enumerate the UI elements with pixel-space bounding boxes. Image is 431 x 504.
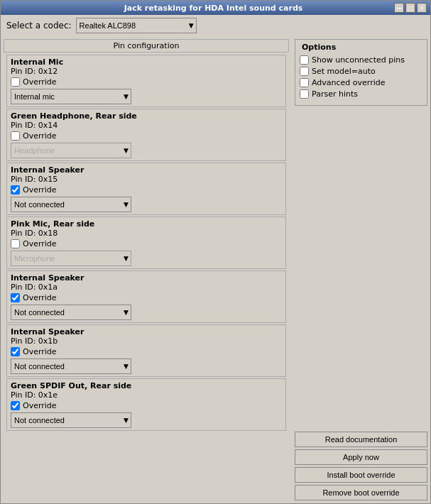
option-row-4: Parser hints [300,89,422,99]
pin-1-select[interactable]: Internal mic Microphone Line out Headpho… [11,89,131,104]
minimize-button[interactable]: — [394,3,404,13]
pin-4-override-checkbox[interactable] [11,239,20,248]
install-boot-override-button[interactable]: Install boot override [295,467,427,483]
right-panel: Options Show unconnected pins Set model=… [292,36,430,503]
maximize-button[interactable]: □ [405,3,415,13]
pin-config-header: Pin configuration [4,39,289,53]
pin-2-override-checkbox[interactable] [11,131,20,141]
pin-5-override-checkbox[interactable] [11,293,20,302]
pin-5-dropdown-wrapper[interactable]: Not connected Internal mic Microphone Li… [11,305,131,320]
pin-7-override-row: Override [11,401,282,410]
pin-2-override-row: Override [11,131,282,141]
pin-block-4: Pink Mic, Rear side Pin ID: 0x18 Overrid… [6,217,286,269]
pin-7-override-checkbox[interactable] [11,401,20,410]
option-1-label: Show unconnected pins [312,55,405,65]
options-group: Options Show unconnected pins Set model=… [295,39,427,106]
pin-4-override-label: Override [23,239,57,248]
pin-6-select[interactable]: Not connected Internal mic Microphone Li… [11,358,131,374]
option-3-label: Advanced override [312,78,386,87]
pin-block-1: Internal Mic Pin ID: 0x12 Override Inter… [6,55,286,107]
pin-2-override-label: Override [23,131,57,141]
pin-7-select[interactable]: Not connected Internal mic Microphone Li… [11,412,131,428]
action-buttons: Read documentation Apply now Install boo… [295,432,427,500]
pin-block-6: Internal Speaker Pin ID: 0x1b Override N… [6,324,286,377]
option-3-checkbox[interactable] [300,78,309,87]
pin-4-dropdown-wrapper[interactable]: Microphone Internal mic Line out Headpho… [11,251,131,266]
pin-7-id: Pin ID: 0x1e [11,390,282,400]
pin-1-id: Pin ID: 0x12 [11,67,282,76]
pin-6-override-row: Override [11,347,282,356]
titlebar: Jack retasking for HDA Intel sound cards… [1,1,430,15]
remove-boot-override-button[interactable]: Remove boot override [295,485,427,500]
option-4-checkbox[interactable] [300,89,309,99]
codec-select[interactable]: Realtek ALC898 [76,18,197,33]
option-4-label: Parser hints [312,89,358,99]
pin-6-title: Internal Speaker [11,327,282,336]
codec-bar: Select a codec: Realtek ALC898 ▼ [1,15,430,36]
pin-3-override-checkbox[interactable] [11,185,20,195]
pin-7-dropdown-wrapper[interactable]: Not connected Internal mic Microphone Li… [11,412,131,428]
pin-1-override-label: Override [23,77,57,87]
pin-6-override-checkbox[interactable] [11,347,20,356]
pin-3-id: Pin ID: 0x15 [11,175,282,184]
pin-1-override-checkbox[interactable] [11,77,20,87]
pin-7-override-label: Override [23,401,57,410]
codec-dropdown-wrapper[interactable]: Realtek ALC898 ▼ [76,18,197,33]
pin-2-select[interactable]: Headphone Internal mic Microphone Line o… [11,143,131,158]
pin-2-id: Pin ID: 0x14 [11,121,282,130]
pin-4-title: Pink Mic, Rear side [11,219,282,229]
option-row-2: Set model=auto [300,67,422,76]
pin-block-7: Green SPDIF Out, Rear side Pin ID: 0x1e … [6,378,286,431]
option-2-checkbox[interactable] [300,67,309,76]
pin-6-dropdown-wrapper[interactable]: Not connected Internal mic Microphone Li… [11,358,131,374]
apply-now-button[interactable]: Apply now [295,449,427,465]
pin-3-override-row: Override [11,185,282,195]
pin-1-override-row: Override [11,77,282,87]
titlebar-buttons: — □ ✕ [394,3,427,13]
close-button[interactable]: ✕ [417,3,427,13]
pin-block-2: Green Headphone, Rear side Pin ID: 0x14 … [6,109,286,161]
pin-1-dropdown-wrapper[interactable]: Internal mic Microphone Line out Headpho… [11,89,131,104]
pin-2-dropdown-wrapper[interactable]: Headphone Internal mic Microphone Line o… [11,143,131,158]
pin-3-override-label: Override [23,185,57,195]
main-content: Pin configuration Internal Mic Pin ID: 0… [1,36,430,503]
pin-4-id: Pin ID: 0x18 [11,229,282,238]
pin-2-title: Green Headphone, Rear side [11,111,282,121]
pin-6-id: Pin ID: 0x1b [11,336,282,346]
read-documentation-button[interactable]: Read documentation [295,432,427,447]
pin-1-title: Internal Mic [11,57,282,67]
pin-5-title: Internal Speaker [11,273,282,283]
option-row-3: Advanced override [300,78,422,87]
pin-3-select[interactable]: Not connected Internal mic Microphone Li… [11,197,131,212]
pin-5-select[interactable]: Not connected Internal mic Microphone Li… [11,305,131,320]
option-2-label: Set model=auto [312,67,376,76]
pin-6-override-label: Override [23,347,57,356]
pin-3-dropdown-wrapper[interactable]: Not connected Internal mic Microphone Li… [11,197,131,212]
window-title: Jack retasking for HDA Intel sound cards [33,4,394,13]
pin-7-title: Green SPDIF Out, Rear side [11,381,282,390]
main-window: Jack retasking for HDA Intel sound cards… [0,0,431,504]
option-row-1: Show unconnected pins [300,55,422,65]
pin-block-5: Internal Speaker Pin ID: 0x1a Override N… [6,270,286,323]
pin-4-override-row: Override [11,239,282,248]
pin-5-override-label: Override [23,293,57,302]
pin-4-select[interactable]: Microphone Internal mic Line out Headpho… [11,251,131,266]
pin-5-override-row: Override [11,293,282,302]
pin-block-3: Internal Speaker Pin ID: 0x15 Override N… [6,163,286,215]
pin-5-id: Pin ID: 0x1a [11,283,282,292]
option-1-checkbox[interactable] [300,55,309,65]
pin-3-title: Internal Speaker [11,165,282,175]
codec-label: Select a codec: [6,21,72,31]
options-legend: Options [300,43,422,52]
left-panel: Pin configuration Internal Mic Pin ID: 0… [1,36,292,503]
